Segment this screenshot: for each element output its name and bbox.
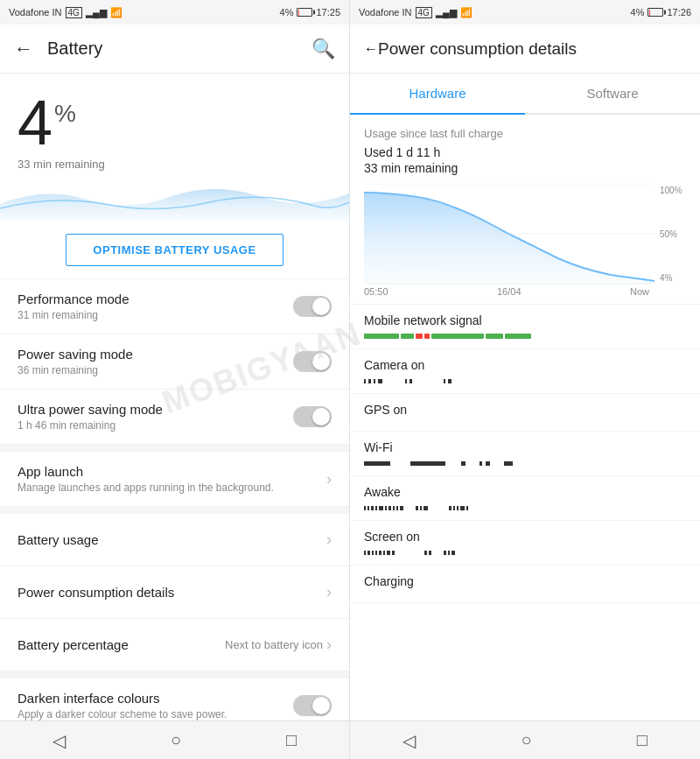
seg <box>405 379 407 383</box>
nav-back-icon[interactable]: ◁ <box>402 730 416 751</box>
seg <box>368 506 369 510</box>
nav-recents-icon[interactable]: □ <box>637 730 648 750</box>
search-icon[interactable]: 🔍 <box>312 38 335 60</box>
chart-y-4: 4% <box>660 273 686 283</box>
seg <box>379 506 383 510</box>
right-status-carrier: Vodafone IN 4G ▂▄▆ 📶 <box>359 7 472 18</box>
item-left: Power saving mode 36 min remaining <box>18 347 293 376</box>
darken-toggle[interactable] <box>293 695 332 716</box>
right-panel: Vodafone IN 4G ▂▄▆ 📶 4% 17:26 ← Power co… <box>350 0 700 759</box>
list-item: Darken interface colours Apply a darker … <box>0 678 349 720</box>
awake-bar <box>364 504 686 511</box>
seg <box>469 461 476 466</box>
nav-home-icon[interactable]: ○ <box>171 730 181 750</box>
item-left: Battery percentage <box>18 637 225 652</box>
left-nav-bar: ◁ ○ □ <box>0 720 349 759</box>
item-title: Screen on <box>364 530 686 544</box>
signal-bars: ▂▄▆ <box>436 7 457 18</box>
list-item: Screen on <box>350 521 700 566</box>
chart-y-100: 100% <box>660 186 686 195</box>
wifi-icon: 📶 <box>110 7 122 18</box>
divider <box>0 507 349 514</box>
battery-pct-label: 4% <box>631 7 645 18</box>
battery-display: 4 % <box>18 91 332 154</box>
nav-home-icon[interactable]: ○ <box>521 730 531 750</box>
chevron-right-icon: › <box>326 531 332 549</box>
battery-percent-section: 4 % 33 min remaining <box>0 74 349 178</box>
chart-y-50: 50% <box>660 229 686 239</box>
signal-seg-green5 <box>505 334 531 339</box>
time-label: 17:25 <box>316 7 340 18</box>
item-title: Wi-Fi <box>364 440 686 454</box>
back-button[interactable]: ← <box>364 41 378 57</box>
signal-seg-green2 <box>401 334 414 339</box>
back-button[interactable]: ← <box>14 38 33 60</box>
seg <box>405 506 414 510</box>
seg <box>364 461 390 466</box>
signal-bar <box>364 333 686 340</box>
item-title: App launch <box>18 464 326 479</box>
item-value: Next to battery icon <box>225 638 323 651</box>
seg <box>394 461 407 466</box>
list-item: Camera on <box>350 349 700 394</box>
left-status-carrier: Vodafone IN 4G ▂▄▆ 📶 <box>9 7 122 18</box>
seg <box>420 506 422 510</box>
chart-area: 100% 50% 4% 05:50 16/04 Now <box>350 184 700 304</box>
power-saving-toggle[interactable] <box>293 351 332 372</box>
item-title: Power saving mode <box>18 347 293 362</box>
seg <box>392 551 395 555</box>
signal-seg-red2 <box>424 334 430 339</box>
tab-hardware[interactable]: Hardware <box>350 74 525 113</box>
battery-icon <box>297 8 312 17</box>
usage-section: Usage since last full charge Used 1 d 11… <box>350 115 700 184</box>
list-item[interactable]: Power consumption details › <box>0 566 349 619</box>
left-status-right: 4% 17:25 <box>280 7 340 18</box>
usage-remaining: 33 min remaining <box>364 161 686 175</box>
tabs-container: Hardware Software <box>350 74 700 115</box>
seg <box>461 461 466 466</box>
item-left: Ultra power saving mode 1 h 46 min remai… <box>18 402 293 432</box>
divider <box>0 671 349 678</box>
seg <box>430 506 447 510</box>
chart-x-end: Now <box>630 286 649 297</box>
ultra-power-toggle[interactable] <box>293 406 332 427</box>
seg <box>410 379 412 383</box>
item-left: App launch Manage launches and apps runn… <box>18 464 326 494</box>
seg <box>379 551 382 555</box>
seg <box>429 551 431 555</box>
list-item[interactable]: Battery percentage Next to battery icon … <box>0 619 349 671</box>
list-item[interactable]: Battery usage › <box>0 514 349 566</box>
page-title: Power consumption details <box>378 39 686 59</box>
list-item: Mobile network signal <box>350 305 700 349</box>
item-title: Awake <box>364 485 686 499</box>
right-status-right: 4% 17:26 <box>631 7 691 18</box>
item-title: Battery usage <box>18 532 326 547</box>
signal-seg-green3 <box>431 334 484 339</box>
item-title: Battery percentage <box>18 637 225 652</box>
chart-x-labels: 05:50 16/04 Now <box>364 285 686 304</box>
tab-software[interactable]: Software <box>525 74 700 113</box>
seg <box>383 551 385 555</box>
optimise-button[interactable]: OPTIMISE BATTERY USAGE <box>66 234 283 266</box>
seg <box>448 379 452 383</box>
carrier-name: Vodafone IN <box>359 7 412 18</box>
seg <box>393 506 395 510</box>
list-item[interactable]: App launch Manage launches and apps runn… <box>0 452 349 507</box>
seg <box>504 461 513 466</box>
item-left: Power consumption details <box>18 585 326 600</box>
right-header: ← Power consumption details <box>350 25 700 74</box>
seg <box>457 506 458 510</box>
performance-mode-toggle[interactable] <box>293 296 332 317</box>
list-item: Awake <box>350 476 700 521</box>
left-header: ← Battery 🔍 <box>0 25 349 74</box>
nav-back-icon[interactable]: ◁ <box>52 730 66 751</box>
chart-y-labels: 100% 50% 4% <box>654 184 686 285</box>
item-left: Performance mode 31 min remaining <box>18 292 293 321</box>
seg <box>449 506 452 510</box>
nav-recents-icon[interactable]: □ <box>286 730 297 750</box>
battery-number: 4 <box>18 91 52 154</box>
battery-pct-label: 4% <box>280 7 294 18</box>
seg <box>480 461 482 466</box>
seg <box>452 551 455 555</box>
seg <box>375 506 377 510</box>
